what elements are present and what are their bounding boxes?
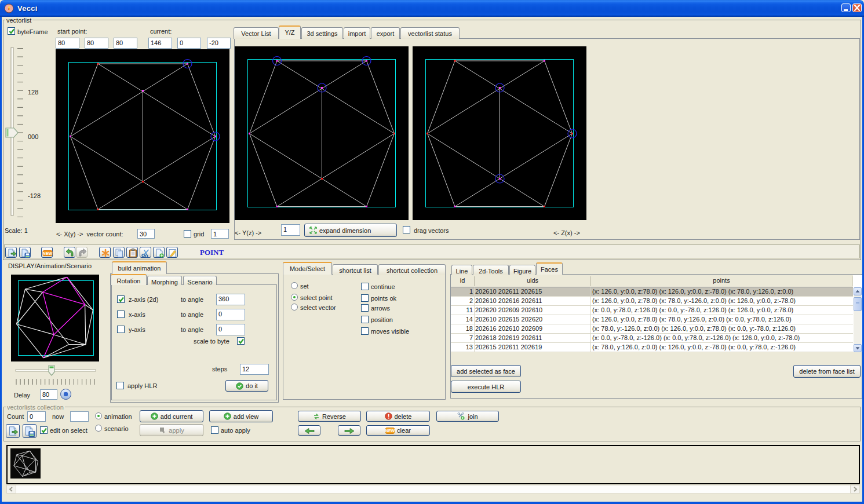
svg-text:NEW: NEW xyxy=(43,251,53,255)
svg-text:NEW: NEW xyxy=(385,429,395,433)
